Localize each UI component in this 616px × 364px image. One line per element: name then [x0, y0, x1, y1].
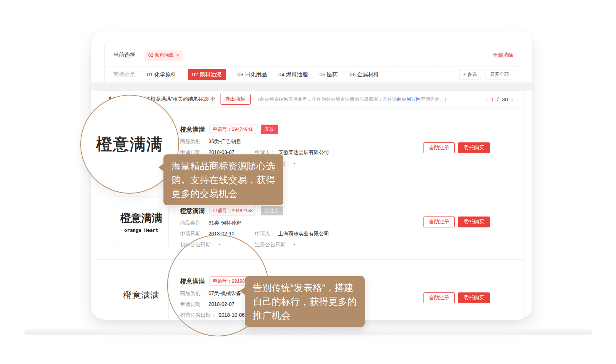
- current-selection-label: 当前选择: [113, 52, 135, 58]
- entrust-purchase-button[interactable]: 委托购买: [458, 292, 490, 303]
- trademark-title-line: 橙意满满 申请号：29474941 无效: [180, 125, 329, 134]
- stage: 当前选择 02 颜料油漆 × 全部清除 商标分类 01 化学原料 02 颜料油漆…: [0, 0, 616, 364]
- category-tab-06[interactable]: 06 金属材料: [349, 71, 379, 78]
- category-tab-03[interactable]: 03 日化用品: [238, 71, 267, 78]
- multi-select-button[interactable]: + 多选: [459, 69, 481, 80]
- trademark-image-text: 橙意满满: [120, 211, 162, 226]
- applicant-label: 申请人：: [255, 228, 275, 239]
- disclaimer-post: 查询为准。）: [421, 96, 449, 102]
- trademark-image-box: 橙意满满: [114, 270, 169, 320]
- category-row: 商标分类 01 化学原料 02 颜料油漆 03 日化用品 04 燃料油脂 05 …: [105, 66, 522, 82]
- row-actions: 自助注册 委托购买: [423, 217, 490, 227]
- callout-bubble-promo: 告别传统“发表格”，搭建 自己的标行，获得更多的 推广机会: [245, 276, 365, 327]
- trademark-image-box: 橙意满满 orange Heart: [114, 197, 169, 247]
- reg-date-value: -: [293, 158, 295, 168]
- status-badge: 无效: [261, 125, 278, 134]
- application-number-tag: 申请号：29474941: [210, 125, 256, 134]
- trademark-image-text: 橙意满满: [123, 290, 159, 301]
- current-selection-row: 当前选择 02 颜料油漆 × 全部清除: [105, 44, 522, 66]
- category-tab-05[interactable]: 05 医药: [319, 71, 338, 78]
- self-register-button[interactable]: 自助注册: [423, 142, 455, 153]
- results-count: 28: [203, 96, 209, 102]
- category-tab-01[interactable]: 01 化学原料: [147, 71, 176, 78]
- category-tab-04[interactable]: 04 燃料油脂: [279, 71, 308, 78]
- category-line: 商品类别： 31类-饲料种籽: [180, 218, 329, 228]
- category-tabs: 01 化学原料 02 颜料油漆 03 日化用品 04 燃料油脂 05 医药 06…: [147, 69, 379, 80]
- applicant-value: 上海雨步实业有限公司: [278, 228, 329, 239]
- remove-tag-icon[interactable]: ×: [176, 53, 179, 58]
- magnified-trademark-text: 橙意满满: [96, 134, 163, 155]
- category-line: 商品类别： 35类-广告销售: [180, 136, 329, 146]
- selected-filter-tag[interactable]: 02 颜料油漆 ×: [145, 50, 183, 61]
- pagination-next-icon[interactable]: ›: [511, 96, 514, 103]
- trademark-title-line: 橙意满满 申请号：29482153 已注册: [180, 206, 329, 215]
- application-number-tag: 申请号：29482153: [210, 206, 256, 215]
- self-register-button[interactable]: 自助注册: [423, 217, 455, 227]
- disclaimer-pre: （商标检索结果仅供参考，不作为商标能否注册的法律依据；具体以: [255, 96, 397, 102]
- results-count-unit: 个: [209, 96, 215, 102]
- expand-all-button[interactable]: 展开全部: [486, 69, 513, 80]
- pagination-total-pages: 30: [502, 96, 508, 102]
- entrust-purchase-button[interactable]: 委托购买: [458, 142, 490, 153]
- application-number-label: 申请号：: [213, 126, 232, 132]
- category-value: 35类-广告销售: [208, 136, 241, 146]
- application-number-value: 29474941: [232, 126, 253, 132]
- filter-card: 当前选择 02 颜料油漆 × 全部清除 商标分类 01 化学原料 02 颜料油漆…: [104, 44, 522, 83]
- category-bar-label: 商标分类: [113, 71, 135, 78]
- pagination-separator: /: [497, 96, 499, 102]
- disclaimer-text: （商标检索结果仅供参考，不作为商标能否注册的法律依据；具体以商标局官网查询为准。…: [255, 96, 449, 102]
- reg-date-label: 注册公告日期：: [255, 239, 291, 250]
- category-tools: + 多选 展开全部: [459, 69, 513, 80]
- category-label: 商品类别：: [180, 218, 206, 228]
- results-header: 当前分类下检索到“橙意满满”相关的结果共28 个 导出商标 （商标检索结果仅供参…: [97, 91, 524, 108]
- laptop-base-bar: [24, 329, 593, 335]
- trademark-name: 橙意满满: [180, 207, 205, 215]
- trademark-name: 橙意满满: [180, 125, 205, 134]
- pagination: ‹ 1 / 30 ›: [474, 91, 524, 108]
- pagination-current-page: 1: [491, 96, 494, 102]
- clear-all-button[interactable]: 全部清除: [493, 52, 513, 58]
- section-divider: [91, 82, 532, 90]
- reg-date-value: -: [293, 239, 295, 250]
- selected-filter-tag-label: 02 颜料油漆: [148, 52, 174, 58]
- trademark-office-link[interactable]: 商标局官网: [397, 96, 421, 102]
- pagination-prev-icon[interactable]: ‹: [485, 96, 487, 103]
- self-register-button[interactable]: 自助注册: [423, 292, 455, 303]
- trademark-result-row: 橙意满满 orange Heart 橙意满满 申请号：29482153 已注册 …: [97, 189, 524, 260]
- callout-bubble-trade: 海量精品商标资源随心选 购。支持在线交易，获得 更多的交易机会: [163, 154, 283, 205]
- applicant-value: 安徽美达会展有限公司: [278, 147, 329, 157]
- entrust-purchase-button[interactable]: 委托购买: [458, 217, 490, 227]
- export-trademarks-button[interactable]: 导出商标: [220, 94, 251, 105]
- row-actions: 自助注册 委托购买: [423, 142, 490, 153]
- category-value: 31类-饲料种籽: [208, 218, 241, 228]
- trademark-image-subtext: orange Heart: [124, 227, 158, 233]
- status-badge: 已注册: [261, 206, 283, 215]
- application-number-value: 29482153: [232, 208, 253, 213]
- row-actions: 自助注册 委托购买: [423, 292, 490, 303]
- category-label: 商品类别：: [180, 136, 206, 146]
- category-tab-02-selected[interactable]: 02 颜料油漆: [188, 69, 226, 80]
- application-number-label: 申请号：: [213, 208, 232, 213]
